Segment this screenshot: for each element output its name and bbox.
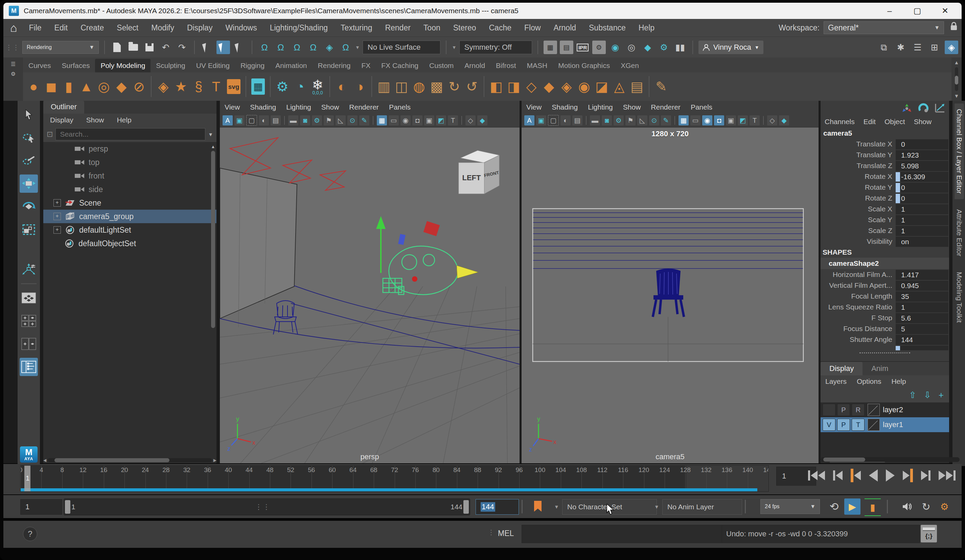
scroll-left-icon[interactable]: ◀: [43, 458, 46, 463]
menu-stereo[interactable]: Stereo: [447, 19, 483, 36]
poly-disc-icon[interactable]: ⊘: [131, 77, 147, 97]
rotate-cw-icon[interactable]: ↻: [447, 77, 462, 97]
viewport-menu-lighting[interactable]: Lighting: [286, 103, 311, 111]
poly-cube-icon[interactable]: ◼: [43, 77, 59, 97]
channel-value-field[interactable]: 5: [896, 323, 949, 334]
workspace-select[interactable]: General* ▼: [824, 21, 944, 34]
modeling-toolkit-icon[interactable]: ▦: [250, 77, 266, 97]
layer-tab-display[interactable]: Display: [821, 362, 862, 376]
grid-toggle-icon[interactable]: ▦: [377, 115, 387, 126]
step-back-key-button[interactable]: [850, 467, 862, 483]
character-controls-icon[interactable]: ✱: [894, 41, 908, 54]
bookmark-icon[interactable]: ⚑: [625, 115, 636, 126]
channel-value-field[interactable]: 0: [896, 139, 949, 149]
isolate-select-icon[interactable]: ◆: [477, 115, 487, 126]
grease-pencil-icon[interactable]: ✎: [359, 115, 370, 126]
layer-flag-P[interactable]: P: [837, 404, 850, 416]
drag-handle[interactable]: ⋮: [488, 528, 495, 536]
camera-settings-icon[interactable]: ⚙: [312, 115, 322, 126]
channel-menu-edit[interactable]: Edit: [864, 118, 876, 126]
channel-menu-channels[interactable]: Channels: [824, 118, 855, 126]
camera-attrs-icon[interactable]: ▬: [288, 115, 298, 126]
camera-attrs-icon[interactable]: ▬: [590, 115, 600, 126]
frame-all-icon[interactable]: ▣: [234, 115, 245, 126]
layer-menu-layers[interactable]: Layers: [825, 377, 847, 385]
move-layer-up-icon[interactable]: ⇧: [909, 390, 916, 400]
channel-value-field[interactable]: 1.417: [896, 269, 949, 280]
menu-file[interactable]: File: [23, 19, 48, 36]
outliner-item-camera5-group[interactable]: +camera5_group: [43, 210, 216, 223]
expand-icon[interactable]: +: [54, 199, 61, 207]
time-prefs-icon[interactable]: ◔: [292, 77, 308, 97]
channel-value-field[interactable]: 1: [896, 215, 949, 225]
snap-to-grid-icon[interactable]: Ω: [258, 41, 271, 54]
channel-value-field[interactable]: 1: [896, 302, 949, 312]
viewport-menu-panels[interactable]: Panels: [389, 103, 411, 111]
pause-viewport-icon[interactable]: ▮▮: [674, 41, 687, 54]
channel-menu-object[interactable]: Object: [885, 118, 905, 126]
platonic-solid-icon[interactable]: ◈: [155, 77, 171, 97]
shelf-tab-poly-modeling[interactable]: Poly Modeling: [95, 59, 150, 72]
layout-two-pane-button[interactable]: [20, 335, 38, 353]
channel-value-field[interactable]: 0: [896, 182, 949, 193]
field-chart-icon[interactable]: ▣: [424, 115, 434, 126]
texture-toggle-icon[interactable]: ▤: [271, 115, 281, 126]
chair-wireframe[interactable]: [273, 300, 298, 335]
menu-display[interactable]: Display: [181, 19, 219, 36]
shelf-tab-uv-editing[interactable]: UV Editing: [191, 59, 235, 72]
step-forward-key-button[interactable]: [902, 467, 914, 483]
bookmark-button[interactable]: [530, 498, 546, 515]
target-weld-icon[interactable]: ▥: [376, 77, 392, 97]
separate-icon[interactable]: ◈: [559, 77, 574, 97]
channel-object-name[interactable]: camera5: [821, 128, 949, 139]
chevron-down-icon[interactable]: ▼: [452, 45, 456, 50]
scale-tool[interactable]: [20, 220, 38, 239]
translate-y-arrow[interactable]: [376, 216, 386, 229]
wedge-icon[interactable]: ◺: [335, 115, 346, 126]
menu-set-select[interactable]: Rendering ▼: [22, 41, 99, 54]
lighting-toggle-icon[interactable]: ◐: [259, 115, 269, 126]
camera5-object[interactable]: [376, 216, 478, 294]
range-end-handle[interactable]: [463, 500, 469, 514]
channel-value-field[interactable]: 1: [896, 225, 949, 236]
layer-flag-R[interactable]: R: [852, 404, 865, 416]
go-to-end-button[interactable]: [938, 467, 956, 483]
viewport-menu-renderer[interactable]: Renderer: [651, 103, 680, 111]
resolution-gate-icon[interactable]: ◉: [702, 115, 712, 126]
layer-color-swatch[interactable]: [868, 419, 880, 431]
play-backwards-button[interactable]: [868, 467, 878, 483]
viewport-menu-shading[interactable]: Shading: [552, 103, 578, 111]
scroll-up-icon[interactable]: ▲: [954, 59, 959, 65]
expand-icon[interactable]: +: [54, 213, 61, 220]
undo-button[interactable]: ↶: [159, 41, 172, 54]
poly-torus-icon[interactable]: ◎: [96, 77, 111, 97]
help-button[interactable]: ?: [23, 527, 37, 541]
select-by-hierarchy-icon[interactable]: [200, 41, 214, 54]
playblast-icon[interactable]: ▶: [844, 498, 860, 515]
channel-box-scrollbar[interactable]: [821, 457, 960, 462]
menu-render[interactable]: Render: [378, 19, 417, 36]
viewport-menu-shading[interactable]: Shading: [250, 103, 276, 111]
shelf-tab-curves[interactable]: Curves: [23, 59, 57, 72]
outliner-horizontal-scrollbar[interactable]: ◀ ▶: [43, 457, 216, 463]
menu-help[interactable]: Help: [632, 19, 661, 36]
chevron-down-icon[interactable]: ▼: [654, 504, 659, 509]
channel-value-field[interactable]: on: [896, 237, 949, 247]
menu-create[interactable]: Create: [74, 19, 110, 36]
time-slider-track[interactable]: 0481216202428323640444852566064687276808…: [20, 465, 769, 492]
outliner-item-front[interactable]: front: [43, 169, 216, 183]
chair-object[interactable]: [653, 268, 684, 317]
mute-audio-icon[interactable]: [899, 498, 915, 515]
shelf-tab-motion-graphics[interactable]: Motion Graphics: [553, 59, 615, 72]
channel-value-field[interactable]: 1: [896, 204, 949, 214]
animation-start-field[interactable]: 1: [20, 499, 62, 515]
duplicate-icon[interactable]: ▤: [629, 77, 645, 97]
hud-toggle-icon[interactable]: T: [448, 115, 458, 126]
menu-substance[interactable]: Substance: [582, 19, 632, 36]
shelf-tab-fx-caching[interactable]: FX Caching: [376, 59, 424, 72]
layout-outliner-persp-button[interactable]: [20, 358, 38, 376]
bevel-icon[interactable]: ◨: [506, 77, 522, 97]
camera-lock-icon[interactable]: ◙: [602, 115, 612, 126]
view-cube[interactable]: LEFT FRONT: [459, 150, 500, 194]
scroll-right-icon[interactable]: ▶: [213, 458, 216, 463]
